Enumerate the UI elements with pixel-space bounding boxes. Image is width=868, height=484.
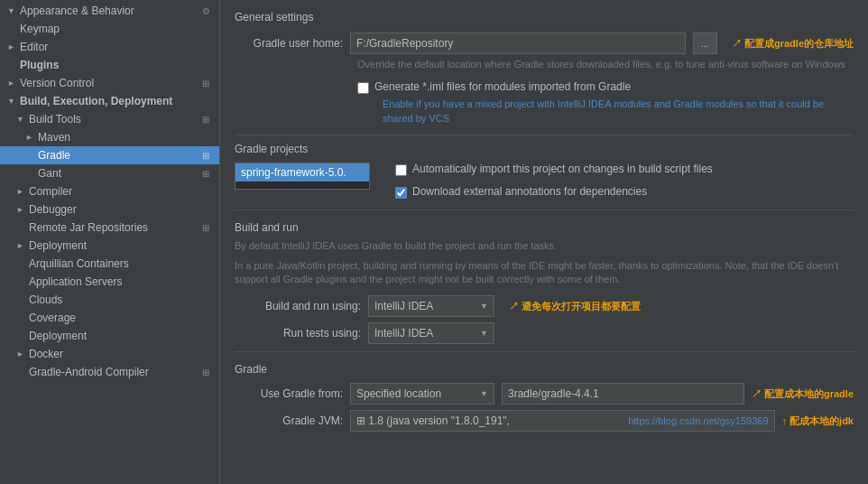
gradle-icon: ⊞	[199, 149, 212, 162]
gradle-jvm-label: Gradle JVM:	[235, 414, 343, 427]
sidebar-item-gant[interactable]: Gant ⊞	[0, 164, 219, 182]
project-list: spring-framework-5.0.	[235, 163, 370, 190]
sidebar-item-label: Clouds	[29, 293, 62, 306]
sidebar-item-deployment2[interactable]: Deployment	[0, 327, 219, 345]
sidebar-item-label: Gant	[38, 167, 61, 180]
sidebar-item-debugger[interactable]: Debugger	[0, 200, 219, 219]
auto-import-row: Automatically import this project on cha…	[395, 163, 854, 176]
gant-icon: ⊞	[199, 167, 212, 180]
sidebar-item-label: Docker	[29, 348, 63, 360]
gradle-home-hint: Override the default location where Grad…	[357, 58, 854, 71]
build-run-using-select[interactable]: IntelliJ IDEA ▼	[368, 295, 494, 317]
build-run-section: Build and run By default IntelliJ IDEA u…	[235, 221, 854, 344]
generate-iml-label: Generate *.iml files for modules importe…	[374, 80, 631, 93]
gradle-jvm-value: ⊞ 1.8 (java version "1.8.0_191",	[356, 414, 510, 427]
gradle-location-input[interactable]	[502, 383, 744, 405]
auto-import-checkbox[interactable]	[395, 164, 407, 176]
project-options: Automatically import this project on cha…	[381, 163, 854, 202]
triangle-icon	[16, 187, 25, 196]
triangle-icon	[7, 6, 16, 15]
generate-iml-hint: Enable if you have a mixed project with …	[383, 98, 854, 126]
sidebar-item-label: Appearance & Behavior	[20, 5, 134, 17]
sidebar-item-label: Deployment	[29, 239, 87, 252]
build-run-using-row: Build and run using: IntelliJ IDEA ▼	[235, 295, 494, 317]
sidebar-item-version-control[interactable]: Version Control ⊞	[0, 74, 219, 92]
browse-button[interactable]: ...	[693, 33, 717, 54]
sidebar-item-label: Version Control	[20, 77, 94, 89]
general-settings-title: General settings	[235, 11, 854, 23]
gradle-projects-header: Gradle projects	[235, 143, 854, 155]
download-annotations-row: Download external annotations for depend…	[395, 185, 854, 199]
gradle-jvm-link[interactable]: https://blog.csdn.net/gsy159369	[628, 415, 768, 426]
sidebar-item-label: Plugins	[20, 59, 59, 71]
download-annotations-checkbox[interactable]	[395, 187, 407, 199]
sidebar-item-coverage[interactable]: Coverage	[0, 309, 219, 327]
sidebar-item-label: Editor	[20, 41, 48, 53]
triangle-icon	[16, 115, 25, 124]
remote-jar-icon: ⊞	[199, 221, 212, 234]
annotation-build-run: ↗ 避免每次打开项目都要配置	[509, 300, 641, 313]
sidebar-item-label: Deployment	[29, 330, 87, 342]
sidebar-item-remote-jar[interactable]: Remote Jar Repositories ⊞	[0, 219, 219, 237]
auto-import-label: Automatically import this project on cha…	[412, 163, 713, 175]
dropdown-arrow-icon: ▼	[480, 329, 488, 338]
run-tests-using-row: Run tests using: IntelliJ IDEA ▼	[235, 322, 854, 344]
project-list-item[interactable]: spring-framework-5.0.	[235, 163, 369, 182]
triangle-icon	[16, 205, 25, 214]
sidebar-item-gradle[interactable]: Gradle ⊞	[0, 146, 219, 164]
sidebar-item-label: Build, Execution, Deployment	[20, 95, 172, 107]
annotation-gradle-home: ↗ 配置成gradle的仓库地址	[732, 37, 854, 51]
triangle-icon	[16, 349, 25, 358]
sidebar-item-docker[interactable]: Docker	[0, 345, 219, 363]
dropdown-arrow-icon: ▼	[480, 302, 488, 311]
dropdown-arrow-icon: ▼	[480, 389, 488, 398]
sidebar-item-label: Coverage	[29, 312, 76, 324]
annotation-gradle-local: ↗ 配置成本地的gradle	[752, 387, 854, 401]
sidebar-item-label: Gradle-Android Compiler	[29, 366, 149, 378]
triangle-icon	[7, 42, 16, 51]
generate-iml-row: Generate *.iml files for modules importe…	[357, 80, 854, 94]
sidebar-item-build-execution[interactable]: Build, Execution, Deployment	[0, 92, 219, 110]
triangle-icon	[16, 241, 25, 250]
sidebar-item-build-tools[interactable]: Build Tools ⊞	[0, 110, 219, 128]
sidebar-item-editor[interactable]: Editor	[0, 38, 219, 56]
use-gradle-from-value: Specified location	[356, 387, 441, 400]
sidebar-item-keymap[interactable]: Keymap	[0, 20, 219, 38]
annotation-jdk: ↑ 配成本地的jdk	[782, 414, 854, 428]
sidebar-item-label: Gradle	[38, 149, 70, 162]
sidebar-item-appearance[interactable]: Appearance & Behavior ⚙	[0, 2, 219, 20]
gradle-android-icon: ⊞	[199, 366, 212, 378]
sidebar-item-label: Build Tools	[29, 113, 81, 126]
sidebar-item-deployment[interactable]: Deployment	[0, 237, 219, 255]
gradle-section: Gradle Use Gradle from: Specified locati…	[235, 363, 854, 432]
download-annotations-label: Download external annotations for depend…	[412, 185, 647, 198]
sidebar-item-compiler[interactable]: Compiler	[0, 182, 219, 200]
sidebar-item-label: Remote Jar Repositories	[29, 221, 148, 234]
gradle-jvm-select[interactable]: ⊞ 1.8 (java version "1.8.0_191", https:/…	[350, 410, 775, 432]
sidebar-item-label: Application Servers	[29, 275, 122, 288]
gradle-section-title: Gradle	[235, 363, 854, 376]
triangle-icon	[7, 97, 16, 106]
settings-icon: ⚙	[199, 5, 212, 17]
sidebar-item-clouds[interactable]: Clouds	[0, 291, 219, 309]
build-run-hint: By default IntelliJ IDEA uses Gradle to …	[235, 239, 854, 253]
run-tests-select[interactable]: IntelliJ IDEA ▼	[368, 322, 494, 344]
gradle-home-input[interactable]	[350, 33, 686, 54]
sidebar-item-label: Debugger	[29, 203, 77, 216]
use-gradle-from-label: Use Gradle from:	[235, 387, 343, 400]
generate-iml-checkbox[interactable]	[357, 82, 369, 94]
sidebar-item-maven[interactable]: Maven	[0, 128, 219, 146]
sidebar-item-app-servers[interactable]: Application Servers	[0, 273, 219, 291]
sidebar-item-label: Maven	[38, 131, 70, 144]
sidebar-item-arquillian[interactable]: Arquillian Containers	[0, 255, 219, 273]
sidebar-item-label: Arquillian Containers	[29, 257, 129, 270]
sidebar-item-plugins[interactable]: Plugins	[0, 56, 219, 74]
use-gradle-from-select[interactable]: Specified location ▼	[350, 383, 494, 405]
triangle-icon	[7, 79, 16, 88]
triangle-icon	[25, 133, 34, 142]
build-run-title: Build and run	[235, 221, 854, 234]
main-content: General settings Gradle user home: ... ↗…	[220, 0, 868, 484]
vcs-icon: ⊞	[199, 77, 212, 89]
sidebar-item-gradle-android[interactable]: Gradle-Android Compiler ⊞	[0, 363, 219, 381]
sidebar: Appearance & Behavior ⚙ Keymap Editor Pl…	[0, 0, 220, 484]
